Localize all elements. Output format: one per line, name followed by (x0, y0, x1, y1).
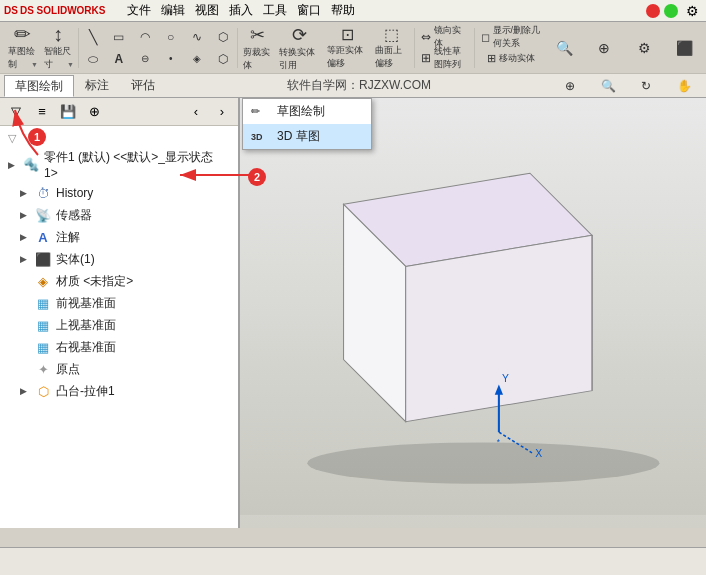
tree-root[interactable]: ▶ 🔩 零件1 (默认) <<默认>_显示状态 1> (0, 147, 238, 182)
3d-sketch-icon: 3D (251, 132, 271, 142)
convert-button[interactable]: ⟳ 转换实体引用 (275, 26, 323, 70)
filter-button[interactable]: ▽ (4, 101, 28, 123)
zoom-button[interactable]: 🔍 (590, 76, 626, 96)
tree-item-top-plane[interactable]: ▶ ▦ 上视基准面 (0, 314, 238, 336)
menu-edit[interactable]: 编辑 (157, 2, 189, 19)
svg-text:Y: Y (502, 373, 509, 384)
top-plane-icon: ▦ (34, 316, 52, 334)
save-config-button[interactable]: 💾 (56, 101, 80, 123)
history-label: History (56, 186, 93, 200)
oshape-button[interactable]: ◈ (185, 49, 209, 69)
tab-eval[interactable]: 评估 (120, 75, 166, 97)
linear-array-icon: ⊞ (421, 51, 431, 65)
mirror-icon: ⇔ (421, 30, 431, 44)
tree-item-extrude[interactable]: ▶ ⬡ 凸台-拉伸1 (0, 380, 238, 402)
rect-button[interactable]: ▭ (107, 27, 131, 47)
sketch-draw-button[interactable]: ✏ 草图绘制 ▼ (4, 26, 40, 70)
sep2 (237, 28, 238, 68)
scroll-left-button[interactable]: ‹ (184, 101, 208, 123)
filter-icon: ▽ (11, 104, 21, 119)
tree-item-sensors[interactable]: ▶ 📡 传感器 (0, 204, 238, 226)
polygon-button[interactable]: ⬡ (211, 27, 235, 47)
view3d-icon: ⊕ (565, 79, 575, 93)
filter-funnel-icon: ▽ (8, 132, 16, 144)
spline-icon: ∿ (192, 30, 202, 44)
tab-sketch[interactable]: 草图绘制 (4, 75, 74, 97)
menu-insert[interactable]: 插入 (225, 2, 257, 19)
traffic-light-green (664, 4, 678, 18)
menu-bar: DS DS SOLIDWORKS 文件 编辑 视图 插入 工具 窗口 帮助 ⚙ (0, 0, 706, 22)
surface-label: 曲面上偏移 (375, 44, 408, 70)
tree-item-history[interactable]: ▶ ⏱ History (0, 182, 238, 204)
spline-button[interactable]: ∿ (185, 27, 209, 47)
menu-file[interactable]: 文件 (123, 2, 155, 19)
tree-item-origin[interactable]: ▶ ✦ 原点 (0, 358, 238, 380)
tree-item-front-plane[interactable]: ▶ ▦ 前视基准面 (0, 292, 238, 314)
dropdown-arrow-icon: ▼ (31, 61, 38, 68)
add-config-button[interactable]: ⊕ (82, 101, 106, 123)
origin-icon: ✦ (34, 360, 52, 378)
offset-icon: ⊡ (341, 25, 354, 44)
dropdown-3d-sketch-item[interactable]: 3D 3D 草图 (243, 124, 371, 149)
ds-text: DS (4, 5, 18, 16)
front-plane-icon: ▦ (34, 294, 52, 312)
left-panel: ▽ ≡ 💾 ⊕ ‹ › (0, 98, 240, 528)
line-icon: ╲ (89, 29, 97, 45)
expand-root-icon: ▶ (8, 160, 20, 170)
mirror-button[interactable]: ⇔ 镜向实体 (417, 27, 472, 47)
show-relations-button[interactable]: ◻ 显示/删除几何关系 (477, 27, 546, 47)
offset-button[interactable]: ⊡ 等距实体偏移 (323, 26, 371, 70)
convert-icon: ⟳ (292, 24, 307, 46)
expand-extrude-icon: ▶ (20, 386, 32, 396)
surface-offset-button[interactable]: ⬚ 曲面上偏移 (371, 26, 412, 70)
hex-button[interactable]: ⬡ (211, 49, 235, 69)
trim-button[interactable]: ✂ 剪裁实体 (239, 26, 275, 70)
circle-icon: ○ (167, 30, 174, 44)
tree-item-right-plane[interactable]: ▶ ▦ 右视基准面 (0, 336, 238, 358)
main-area: ▽ ≡ 💾 ⊕ ‹ › (0, 98, 706, 528)
sw-logo: DS SOLIDWORKS (20, 5, 106, 16)
list-button[interactable]: ≡ (30, 101, 54, 123)
pan-button[interactable]: ✋ (666, 76, 702, 96)
rotate-button[interactable]: ↻ (628, 76, 664, 96)
search-view-button[interactable]: 🔍 (546, 30, 582, 66)
scroll-right-button[interactable]: › (210, 101, 234, 123)
slot-button[interactable]: ⊖ (133, 49, 157, 69)
point-button[interactable]: • (159, 49, 183, 69)
svg-text:X: X (535, 448, 542, 459)
front-plane-label: 前视基准面 (56, 295, 116, 312)
ellipse-button[interactable]: ⬭ (81, 49, 105, 69)
add-relation-icon: ⊞ (487, 52, 496, 65)
annotation-badge-2: 2 (248, 168, 266, 186)
tree-item-annotations[interactable]: ▶ A 注解 (0, 226, 238, 248)
menu-window[interactable]: 窗口 (293, 2, 325, 19)
view-orient-button[interactable]: ⊕ (586, 30, 622, 66)
point-icon: • (169, 53, 173, 64)
view-display-button[interactable]: ⬛ (666, 30, 702, 66)
add-relation-button[interactable]: ⊞ 移动实体 (477, 48, 546, 68)
view3d-button[interactable]: ⊕ (552, 76, 588, 96)
tab-markup[interactable]: 标注 (74, 75, 120, 97)
menu-help[interactable]: 帮助 (327, 2, 359, 19)
tree-item-solid[interactable]: ▶ ⬛ 实体(1) (0, 248, 238, 270)
view-settings-button[interactable]: ⚙ (626, 30, 662, 66)
linear-array-button[interactable]: ⊞ 线性草图阵列 (417, 48, 472, 68)
text-button[interactable]: A (107, 49, 131, 69)
panel-icons: ▽ ≡ 💾 ⊕ ‹ › (0, 98, 238, 126)
circle-button[interactable]: ○ (159, 27, 183, 47)
arc-button[interactable]: ◠ (133, 27, 157, 47)
line-button[interactable]: ╲ (81, 27, 105, 47)
gear-icon[interactable]: ⚙ (682, 1, 702, 21)
right-plane-icon: ▦ (34, 338, 52, 356)
view-orient-icon: ⊕ (598, 40, 610, 56)
menu-tools[interactable]: 工具 (259, 2, 291, 19)
smart-dim-button[interactable]: ↕ 智能尺寸 ▼ (40, 26, 76, 70)
toolbar-row1: ✏ 草图绘制 ▼ ↕ 智能尺寸 ▼ ╲ ▭ ◠ ○ (0, 22, 706, 74)
show-relations-icon: ◻ (481, 31, 490, 44)
root-label: 零件1 (默认) <<默认>_显示状态 1> (44, 149, 230, 180)
dropdown-sketch-item[interactable]: ✏ 草图绘制 (243, 99, 371, 124)
tree-item-material[interactable]: ▶ ◈ 材质 <未指定> (0, 270, 238, 292)
rotate-icon: ↻ (641, 79, 651, 93)
menu-view[interactable]: 视图 (191, 2, 223, 19)
sketch-draw-icon: ✏ (251, 105, 271, 118)
